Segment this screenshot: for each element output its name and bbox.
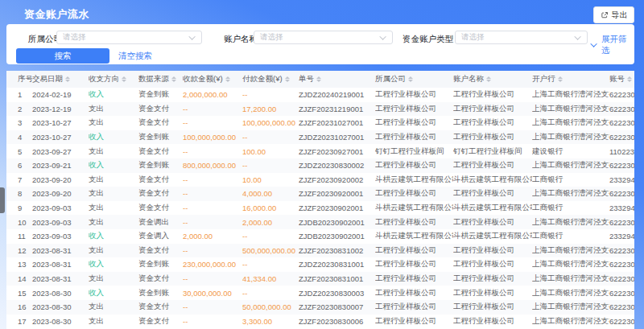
cell-seq: 2 [6, 102, 32, 117]
cell-date: 2023-08-31 [32, 244, 89, 258]
cell-bank: 上海工商银行漕河泾支行 [532, 286, 609, 300]
clear-search-button[interactable]: 清空搜索 [118, 48, 152, 64]
cell-order: ZJZF20230831002 [299, 244, 375, 258]
cell-seq: 6 [6, 158, 32, 173]
cell-date: 2023-09-20 [32, 187, 89, 201]
sort-icon[interactable] [558, 76, 563, 82]
column-label: 收支方向 [89, 74, 119, 84]
expand-filters-link[interactable]: 展开筛选 [592, 34, 634, 56]
chevron-down-icon [590, 40, 597, 47]
cell-receive: -- [183, 144, 242, 158]
sort-icon[interactable] [408, 76, 413, 82]
cell-pay: -- [242, 286, 299, 300]
cell-direction: 收入 [89, 130, 138, 145]
column-header-direction[interactable]: 收支方向 [89, 71, 138, 88]
cell-accountNo: 622230111 [609, 102, 634, 117]
cell-direction: 收入 [89, 88, 138, 102]
cell-direction: 支出 [89, 244, 138, 258]
cell-direction: 支出 [89, 102, 138, 117]
cell-bank: 上海工商银行漕河泾支行 [532, 116, 609, 130]
account-name-filter-placeholder: 请选择 [260, 32, 283, 43]
cell-accountNo: 622230111 [609, 215, 634, 229]
column-header-accountNo[interactable]: 账号 [609, 71, 634, 88]
column-header-seq: 序号 [6, 71, 32, 88]
cell-date: 2023-10-27 [32, 116, 89, 130]
sort-icon[interactable] [65, 76, 70, 82]
cell-source: 资金到账 [138, 286, 183, 300]
table-row: 142023-08-31支出资金支付--41,334.00ZJZF2023083… [6, 272, 634, 286]
column-header-bank[interactable]: 开户行 [532, 71, 609, 88]
cell-receive: -- [183, 215, 242, 229]
table-row: 92023-09-03支出资金支付--16,000.00ZJZF20230902… [6, 201, 634, 216]
cell-account: 工程行业样板公司 [453, 300, 532, 315]
cell-date: 2023-08-31 [32, 272, 89, 286]
column-header-date[interactable]: 交易日期 [32, 71, 89, 88]
column-header-account[interactable]: 账户名称 [453, 71, 532, 88]
cell-company: 工程行业样板公司 [375, 272, 453, 286]
cell-order: ZJZF20231219001 [299, 102, 375, 117]
cell-account: 工程行业样板公司 [453, 88, 532, 102]
cell-direction: 支出 [89, 187, 138, 201]
column-label: 序号 [18, 74, 32, 84]
cell-seq: 8 [6, 187, 32, 201]
cell-source: 资金到账 [138, 88, 183, 102]
cell-order: ZJZF20231027001 [299, 116, 375, 130]
cell-accountNo: 622230111 [609, 286, 634, 300]
cell-source: 资金支付 [138, 187, 183, 201]
column-header-source[interactable]: 数据来源 [138, 71, 183, 88]
account-type-filter-select[interactable]: 请选择 [455, 31, 588, 44]
cell-accountNo: 233294994 [609, 229, 634, 244]
sort-icon[interactable] [285, 76, 290, 82]
filter-panel: 所属公司 请选择 账户名称 请选择 资金账户类型 请选择 展开筛选 搜索 清空搜… [6, 24, 634, 64]
cell-seq: 3 [6, 116, 32, 130]
search-button[interactable]: 搜索 [16, 48, 109, 64]
cell-account: 斗栱云建筑工程有限公司 [453, 229, 532, 244]
account-name-filter-select[interactable]: 请选择 [254, 31, 393, 44]
column-header-pay[interactable]: 付款金额(¥) [242, 71, 299, 88]
cell-account: 工程行业样板公司 [453, 286, 532, 300]
cell-source: 资金支付 [138, 272, 183, 286]
page-title: 资金账户流水 [24, 7, 89, 22]
cell-accountNo: 622230111 [609, 187, 634, 201]
cell-pay: 17,200.00 [242, 102, 299, 117]
cell-account: 斗栱云建筑工程有限公司 [453, 201, 532, 216]
cell-pay: 50,000,000.00 [242, 300, 299, 315]
column-label: 单号 [299, 74, 314, 84]
cell-bank: 上海工商银行漕河泾支行 [532, 244, 609, 258]
export-button[interactable]: 导出 [593, 6, 634, 23]
cell-source: 资金到账 [138, 130, 183, 145]
sort-icon[interactable] [627, 76, 632, 82]
sort-icon[interactable] [122, 76, 126, 82]
cell-source: 资金支付 [138, 300, 183, 315]
cell-bank: 上海工商银行漕河泾支行 [532, 88, 609, 102]
company-filter-select[interactable]: 请选择 [56, 31, 202, 44]
cell-company: 工程行业样板公司 [375, 102, 453, 117]
cell-date: 2023-09-03 [32, 229, 89, 244]
cell-pay: 100,000,000.00 [242, 116, 299, 130]
sort-icon[interactable] [316, 76, 321, 82]
cell-order: ZJZF20230902001 [299, 201, 375, 216]
table-row: 172023-08-30支出资金支付--3,300.00ZJZF20230830… [6, 315, 634, 329]
cell-company: 工程行业样板公司 [375, 158, 453, 173]
sort-icon[interactable] [171, 76, 176, 82]
cell-accountNo: 622230111 [609, 315, 634, 329]
cell-order: ZJZF20230927001 [299, 144, 375, 158]
cell-accountNo: 622230111 [609, 257, 634, 272]
cell-receive: 100,000,000.00 [183, 130, 242, 145]
cell-receive: 230,000,000.00 [183, 257, 242, 272]
column-header-order[interactable]: 单号 [299, 71, 375, 88]
cell-seq: 7 [6, 173, 32, 187]
table-row: 132023-08-31收入资金到账230,000,000.00--ZJDZ20… [6, 257, 634, 272]
cell-account: 工程行业样板公司 [453, 244, 532, 258]
cell-bank: 上海工商银行漕河泾支行 [532, 215, 609, 229]
cell-receive: -- [183, 300, 242, 315]
sort-icon[interactable] [486, 76, 491, 82]
cell-accountNo: 233294994 [609, 173, 634, 187]
cell-pay: 2,000.00 [242, 215, 299, 229]
cell-pay: -- [242, 130, 299, 145]
sort-icon[interactable] [225, 76, 230, 82]
column-header-receive[interactable]: 收款金额(¥) [183, 71, 242, 88]
cell-date: 2023-09-20 [32, 173, 89, 187]
column-header-company[interactable]: 所属公司 [375, 71, 453, 88]
cell-order: ZJZF20230831001 [299, 272, 375, 286]
